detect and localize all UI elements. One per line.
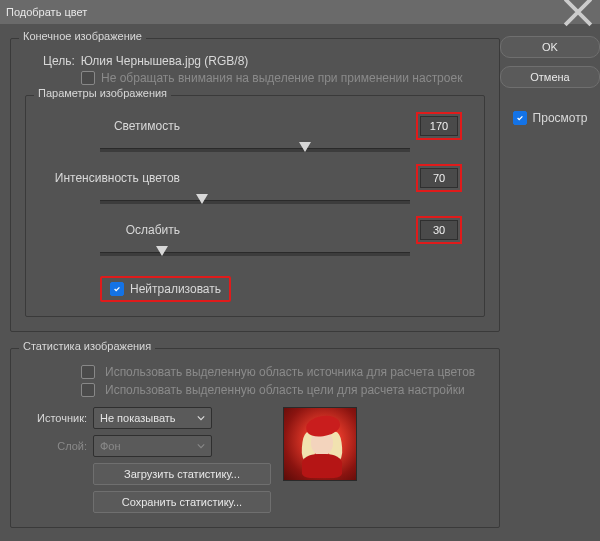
neutralize-checkbox[interactable] — [110, 282, 124, 296]
target-value: Юлия Чернышева.jpg (RGB/8) — [81, 54, 249, 68]
use-target-selection-checkbox[interactable] — [81, 383, 95, 397]
params-group-title: Параметры изображения — [34, 87, 171, 99]
chevron-down-icon — [197, 412, 205, 424]
preview-label: Просмотр — [533, 111, 588, 125]
ok-button[interactable]: OK — [500, 36, 600, 58]
layer-select: Фон — [93, 435, 212, 457]
intensity-label: Интенсивность цветов — [40, 171, 180, 185]
intensity-slider[interactable] — [100, 192, 410, 210]
use-source-selection-checkbox[interactable] — [81, 365, 95, 379]
luminance-slider[interactable] — [100, 140, 410, 158]
use-source-selection-label: Использовать выделенную область источник… — [105, 365, 475, 379]
ignore-selection-label: Не обращать внимания на выделение при пр… — [101, 71, 462, 85]
cancel-button[interactable]: Отмена — [500, 66, 600, 88]
load-stats-button[interactable]: Загрузить статистику... — [93, 463, 271, 485]
destination-group-title: Конечное изображение — [19, 30, 146, 42]
fade-label: Ослабить — [40, 223, 180, 237]
save-stats-button[interactable]: Сохранить статистику... — [93, 491, 271, 513]
destination-group: Конечное изображение Цель: Юлия Чернышев… — [10, 38, 500, 332]
luminance-label: Светимость — [40, 119, 180, 133]
neutralize-label: Нейтрализовать — [130, 282, 221, 296]
chevron-down-icon — [197, 440, 205, 452]
target-label: Цель: — [43, 54, 75, 68]
source-preview-thumbnail — [283, 407, 357, 481]
luminance-input[interactable]: 170 — [420, 116, 458, 136]
fade-input[interactable]: 30 — [420, 220, 458, 240]
params-group: Параметры изображения Светимость 170 Инт… — [25, 95, 485, 317]
preview-checkbox[interactable] — [513, 111, 527, 125]
layer-label: Слой: — [25, 440, 87, 452]
source-select[interactable]: Не показывать — [93, 407, 212, 429]
close-icon[interactable] — [562, 2, 594, 22]
ignore-selection-checkbox[interactable] — [81, 71, 95, 85]
source-select-value: Не показывать — [100, 412, 176, 424]
stats-group: Статистика изображения Использовать выде… — [10, 348, 500, 528]
layer-select-value: Фон — [100, 440, 121, 452]
source-label: Источник: — [25, 412, 87, 424]
neutralize-highlight: Нейтрализовать — [100, 276, 231, 302]
use-target-selection-label: Использовать выделенную область цели для… — [105, 383, 465, 397]
stats-group-title: Статистика изображения — [19, 340, 155, 352]
window-title: Подобрать цвет — [6, 6, 87, 18]
intensity-input[interactable]: 70 — [420, 168, 458, 188]
title-bar: Подобрать цвет — [0, 0, 600, 24]
fade-slider[interactable] — [100, 244, 410, 262]
